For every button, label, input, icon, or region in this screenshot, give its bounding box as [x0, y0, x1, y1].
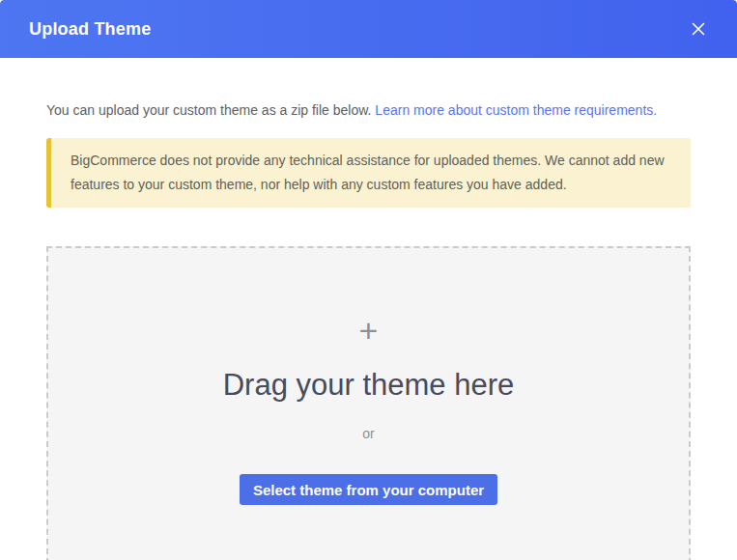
close-icon: [691, 21, 706, 37]
close-button[interactable]: [687, 17, 710, 41]
plus-icon: +: [359, 314, 379, 347]
warning-text: BigCommerce does not provide any technic…: [71, 149, 671, 197]
learn-more-link[interactable]: Learn more about custom theme requiremen…: [375, 102, 657, 118]
intro-text: You can upload your custom theme as a zi…: [46, 100, 691, 121]
or-separator: or: [362, 425, 374, 442]
intro-text-plain: You can upload your custom theme as a zi…: [46, 102, 375, 118]
warning-banner: BigCommerce does not provide any technic…: [46, 138, 691, 208]
theme-dropzone[interactable]: + Drag your theme here or Select theme f…: [46, 246, 691, 560]
modal-header: Upload Theme: [0, 0, 737, 58]
modal-body: You can upload your custom theme as a zi…: [0, 100, 737, 560]
dropzone-heading: Drag your theme here: [223, 366, 515, 405]
select-theme-button[interactable]: Select theme from your computer: [240, 474, 497, 505]
upload-theme-modal: Upload Theme You can upload your custom …: [0, 0, 737, 560]
modal-title: Upload Theme: [29, 19, 151, 40]
